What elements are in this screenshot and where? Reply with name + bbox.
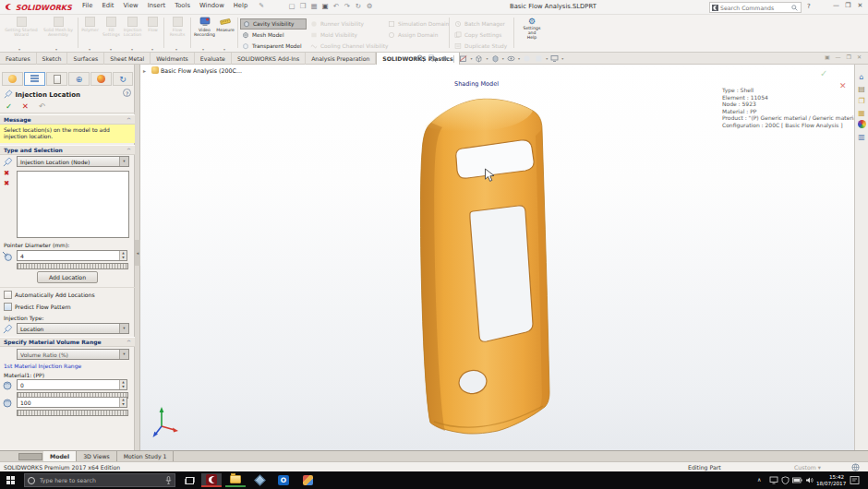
group-chevron[interactable]: ▾ xyxy=(55,47,57,52)
taskbar-file-explorer[interactable] xyxy=(225,473,246,487)
cancel-button[interactable]: ✕ xyxy=(22,101,29,111)
type-selection-section-header[interactable]: Type and Selection^ xyxy=(0,145,135,155)
doc-minimize-icon[interactable]: — xyxy=(833,54,844,60)
model-shell-3d[interactable] xyxy=(406,88,563,440)
file-explorer-icon[interactable]: ❐ xyxy=(856,96,867,106)
command-search-box[interactable] xyxy=(709,2,802,13)
section-view-icon[interactable] xyxy=(459,54,467,63)
pointer-diameter-slider[interactable] xyxy=(17,263,128,269)
tab-features[interactable]: Features xyxy=(0,53,37,65)
taskbar-photos-app[interactable] xyxy=(297,473,318,487)
menu-help[interactable]: Help xyxy=(229,0,253,11)
tray-clock[interactable]: 15:42 18/07/2017 xyxy=(816,474,844,486)
doc-restore-icon[interactable]: ❐ xyxy=(844,54,854,60)
tab-sheet-metal[interactable]: Sheet Metal xyxy=(104,53,151,65)
menu-insert[interactable]: Insert xyxy=(143,0,171,11)
zoom-to-area-icon[interactable] xyxy=(428,54,437,63)
undo-icon[interactable]: ↶ xyxy=(331,2,342,10)
predict-flow-pattern-button[interactable]: Predict Flow Pattern xyxy=(4,303,71,311)
tab-scroll-handle[interactable] xyxy=(18,453,42,460)
menu-view[interactable]: View xyxy=(119,0,143,11)
pointer-diameter-input[interactable] xyxy=(18,251,119,260)
solidworks-resources-home-icon[interactable]: ⌂ xyxy=(856,72,867,82)
tab-weldments[interactable]: Weldments xyxy=(151,53,195,65)
delete-selection-icon[interactable]: ✖ xyxy=(4,169,9,177)
tab-display-manager[interactable] xyxy=(90,72,112,86)
action-center-icon[interactable] xyxy=(850,475,860,485)
view-palette-icon[interactable]: ▦ xyxy=(856,108,867,118)
dropdown-chevron-icon[interactable]: ▾ xyxy=(119,350,128,359)
feature-tree-flyout-arrow-icon[interactable]: ▸ xyxy=(143,67,146,74)
minimize-button[interactable]: — xyxy=(830,2,842,9)
material-max-stepper[interactable]: ▲▼ xyxy=(119,398,127,407)
restore-button[interactable]: ❐ xyxy=(842,2,854,9)
redo-icon[interactable]: ↷ xyxy=(342,2,353,10)
group-chevron[interactable]: ▾ xyxy=(202,47,204,52)
task-view-button[interactable] xyxy=(179,473,199,487)
confirmation-corner-check-icon[interactable]: ✓ xyxy=(820,68,827,78)
volume-ratio-select[interactable]: Volume Ratio (%)▾ xyxy=(17,349,129,360)
auto-add-locations-button[interactable]: Automatically Add Locations xyxy=(4,291,95,299)
tab-sketch[interactable]: Sketch xyxy=(37,53,68,65)
tab-plastics-manager[interactable] xyxy=(2,72,23,86)
group-chevron[interactable]: ▾ xyxy=(18,47,20,52)
tray-chevron-icon[interactable]: ∧ xyxy=(757,476,761,483)
zoom-to-fit-icon[interactable] xyxy=(416,54,425,63)
tray-security-icon[interactable] xyxy=(781,476,790,484)
delete-all-selections-icon[interactable]: ✖ xyxy=(4,179,9,187)
tab-surfaces[interactable]: Surfaces xyxy=(67,53,104,65)
group-chevron[interactable]: ▾ xyxy=(223,47,225,52)
menu-edit[interactable]: Edit xyxy=(97,0,118,11)
help-button[interactable]: ? xyxy=(807,3,811,10)
start-button[interactable] xyxy=(0,473,20,487)
transparent-model-toggle[interactable]: Transparent Model xyxy=(240,41,307,52)
material-injection-range-link[interactable]: 1st Material Injection Range xyxy=(4,363,81,369)
tray-volume-icon[interactable] xyxy=(805,476,814,484)
tray-battery-icon[interactable] xyxy=(792,477,802,483)
selection-list-box[interactable] xyxy=(17,171,129,238)
group-chevron[interactable]: ▾ xyxy=(110,47,112,52)
tray-display-icon[interactable] xyxy=(769,476,778,484)
group-chevron[interactable]: ▾ xyxy=(89,47,90,52)
view-settings-icon[interactable] xyxy=(550,54,559,63)
menu-file[interactable]: File xyxy=(78,0,97,11)
volume-range-section-header[interactable]: Specify Material Volume Range^ xyxy=(0,337,135,347)
injection-location-type-select[interactable]: Injection Location (Node)▾ xyxy=(17,156,129,167)
taskbar-solidworks-app[interactable] xyxy=(201,473,222,487)
design-library-icon[interactable]: ▤ xyxy=(856,84,867,94)
pin-icon[interactable]: ✎ xyxy=(254,0,269,11)
taskbar-search-box[interactable] xyxy=(24,473,175,487)
video-recording-button[interactable]: Video Recording xyxy=(192,17,217,37)
tab-solidworks-add-ins[interactable]: SOLIDWORKS Add-Ins xyxy=(232,53,306,65)
taskbar-edrawings[interactable] xyxy=(249,473,270,487)
feature-tree-root[interactable]: Basic Flow Analysis (200C... xyxy=(151,66,242,74)
save-icon[interactable]: ▦ xyxy=(308,2,319,10)
cavity-visibility-toggle[interactable]: Cavity Visibility xyxy=(240,18,307,30)
close-info-icon[interactable]: ✕ xyxy=(839,81,847,90)
measure-button[interactable]: Measure xyxy=(215,17,235,32)
microphone-icon[interactable] xyxy=(165,476,172,484)
tab-configuration-manager[interactable] xyxy=(46,72,67,86)
rebuild-icon[interactable]: ↻ xyxy=(353,2,364,10)
search-icon[interactable] xyxy=(791,5,798,11)
open-icon[interactable]: ❐ xyxy=(297,2,308,10)
group-chevron[interactable]: ▾ xyxy=(175,47,177,52)
close-button[interactable]: ✕ xyxy=(854,2,866,9)
dropdown-chevron-icon[interactable]: ▾ xyxy=(119,157,128,166)
custom-properties-icon[interactable]: ▥ xyxy=(856,132,867,142)
taskbar-outlook[interactable]: O xyxy=(273,473,294,487)
print-icon[interactable]: ▣ xyxy=(319,2,331,10)
pointer-diameter-stepper[interactable]: ▲▼ xyxy=(119,251,127,260)
material-max-input[interactable] xyxy=(18,398,119,407)
undo-button[interactable]: ↶ xyxy=(39,101,45,111)
search-commands-input[interactable] xyxy=(718,4,790,12)
group-chevron[interactable]: ▾ xyxy=(151,47,153,52)
material-min-input[interactable] xyxy=(18,380,119,389)
injection-type-select[interactable]: Location▾ xyxy=(17,323,129,334)
material-max-field[interactable]: ▲▼ xyxy=(17,397,127,408)
settings-and-help-button[interactable]: ⚙ SettingsandHelp xyxy=(517,17,547,40)
tag-globe-icon[interactable] xyxy=(851,463,860,471)
menu-tools[interactable]: Tools xyxy=(170,0,195,11)
view-orientation-icon[interactable] xyxy=(475,54,483,63)
units-dropdown[interactable]: Custom ▾ xyxy=(794,464,821,471)
